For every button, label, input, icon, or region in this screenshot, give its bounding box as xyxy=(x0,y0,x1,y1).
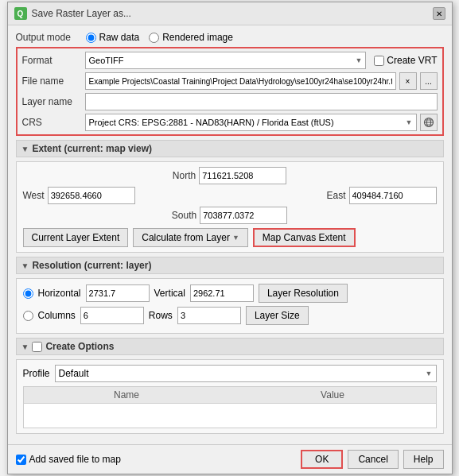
east-label: East xyxy=(326,190,345,201)
layer-size-button[interactable]: Layer Size xyxy=(246,306,309,325)
current-layer-extent-button[interactable]: Current Layer Extent xyxy=(23,228,129,247)
format-label: Format xyxy=(22,55,82,66)
columns-input[interactable] xyxy=(80,307,144,324)
title-bar-left: Q Save Raster Layer as... xyxy=(14,7,131,20)
rendered-image-option[interactable]: Rendered image xyxy=(149,32,233,43)
file-name-value: Example Projects\Coastal Training\Projec… xyxy=(89,77,392,86)
file-name-input[interactable]: Example Projects\Coastal Training\Projec… xyxy=(85,72,396,90)
options-table: Name Value xyxy=(23,386,437,428)
layer-name-row: Layer name xyxy=(22,93,438,110)
layer-name-label: Layer name xyxy=(22,96,82,107)
layer-resolution-button[interactable]: Layer Resolution xyxy=(259,284,348,303)
horizontal-label: Horizontal xyxy=(38,288,81,299)
profile-row: Profile Default ▼ xyxy=(23,365,437,382)
browse-icon: ... xyxy=(425,77,431,86)
clear-icon: × xyxy=(406,77,410,86)
vertical-label: Vertical xyxy=(154,288,185,299)
columns-radio[interactable] xyxy=(23,311,33,321)
create-options-container: ▼ Create Options Profile Default ▼ Name … xyxy=(16,338,444,434)
rendered-image-label: Rendered image xyxy=(162,32,233,43)
cancel-button[interactable]: Cancel xyxy=(348,450,398,469)
rows-input[interactable] xyxy=(177,307,241,324)
create-vrt-checkbox-item[interactable]: Create VRT xyxy=(374,55,437,66)
file-name-row: File name Example Projects\Coastal Train… xyxy=(22,72,438,90)
resolution-section-title: Resolution (current: layer) xyxy=(32,260,151,271)
extent-section-title: Extent (current: map view) xyxy=(32,143,152,154)
output-mode-row: Output mode Raw data Rendered image xyxy=(16,32,444,43)
value-column-header: Value xyxy=(230,387,436,403)
crs-label: CRS xyxy=(22,117,82,128)
extent-section-header[interactable]: ▼ Extent (current: map view) xyxy=(16,140,444,157)
add-to-map-checkbox[interactable] xyxy=(16,455,26,465)
columns-label: Columns xyxy=(38,310,76,321)
crs-select[interactable]: Project CRS: EPSG:2881 - NAD83(HARN) / F… xyxy=(85,114,417,131)
south-row: South xyxy=(23,207,437,224)
calculate-dropdown-arrow: ▼ xyxy=(232,234,239,242)
west-east-row: West East xyxy=(23,187,437,204)
west-input[interactable] xyxy=(48,187,135,204)
north-row: North xyxy=(23,167,437,184)
east-input[interactable] xyxy=(349,187,437,204)
resolution-collapse-arrow: ▼ xyxy=(21,261,29,270)
profile-value: Default xyxy=(59,368,426,379)
output-mode-radio-group: Raw data Rendered image xyxy=(86,32,233,43)
resolution-section-body: Horizontal Vertical Layer Resolution Col… xyxy=(16,278,444,334)
title-bar: Q Save Raster Layer as... ✕ xyxy=(8,2,452,25)
browse-file-button[interactable]: ... xyxy=(420,72,438,90)
ok-button[interactable]: OK xyxy=(301,450,343,469)
crs-value: Project CRS: EPSG:2881 - NAD83(HARN) / F… xyxy=(89,118,406,127)
rendered-image-radio[interactable] xyxy=(149,33,159,43)
crs-select-button[interactable] xyxy=(420,114,438,131)
create-vrt-label: Create VRT xyxy=(387,55,437,66)
output-mode-label: Output mode xyxy=(16,32,80,43)
extent-section-container: ▼ Extent (current: map view) North West … xyxy=(16,140,444,253)
rows-label: Rows xyxy=(149,310,173,321)
close-button[interactable]: ✕ xyxy=(433,7,445,20)
horizontal-input[interactable] xyxy=(86,284,150,302)
bottom-bar: Add saved file to map OK Cancel Help xyxy=(8,444,452,474)
name-column-header: Name xyxy=(24,387,230,403)
north-label: North xyxy=(173,170,196,181)
south-input[interactable] xyxy=(200,207,287,224)
create-vrt-checkbox[interactable] xyxy=(374,56,384,66)
app-icon: Q xyxy=(14,7,27,20)
profile-select[interactable]: Default ▼ xyxy=(55,365,437,382)
calculate-from-layer-button[interactable]: Calculate from Layer ▼ xyxy=(133,228,248,247)
add-to-map-section: Add saved file to map xyxy=(16,454,121,465)
help-button[interactable]: Help xyxy=(403,450,444,469)
south-label: South xyxy=(172,210,196,221)
west-label: West xyxy=(23,190,45,201)
dialog-buttons: OK Cancel Help xyxy=(301,450,443,469)
options-table-body xyxy=(24,404,436,428)
create-options-title: Create Options xyxy=(45,341,114,352)
map-canvas-extent-button[interactable]: Map Canvas Extent xyxy=(253,228,356,247)
vertical-input[interactable] xyxy=(190,284,254,302)
columns-row: Columns Rows Layer Size xyxy=(23,306,437,325)
extent-section-body: North West East South xyxy=(16,161,444,253)
raw-data-radio[interactable] xyxy=(86,33,96,43)
main-settings-section: Format GeoTIFF ▼ Create VRT File name Ex… xyxy=(16,47,444,136)
layer-name-input[interactable] xyxy=(85,93,438,110)
profile-dropdown-arrow: ▼ xyxy=(426,370,433,377)
profile-label: Profile xyxy=(23,368,50,379)
dialog-content: Output mode Raw data Rendered image Form… xyxy=(8,25,452,444)
options-table-header: Name Value xyxy=(24,387,436,404)
horizontal-row: Horizontal Vertical Layer Resolution xyxy=(23,284,437,303)
east-field: East xyxy=(326,187,436,204)
save-raster-dialog: Q Save Raster Layer as... ✕ Output mode … xyxy=(7,2,453,474)
create-options-body: Profile Default ▼ Name Value xyxy=(16,359,444,434)
crs-row: CRS Project CRS: EPSG:2881 - NAD83(HARN)… xyxy=(22,114,438,131)
clear-file-button[interactable]: × xyxy=(399,72,417,90)
raw-data-option[interactable]: Raw data xyxy=(86,32,140,43)
format-row: Format GeoTIFF ▼ Create VRT xyxy=(22,52,438,69)
format-select[interactable]: GeoTIFF ▼ xyxy=(85,52,367,69)
horizontal-radio[interactable] xyxy=(23,288,33,299)
file-name-label: File name xyxy=(22,75,82,87)
create-options-header[interactable]: ▼ Create Options xyxy=(16,338,444,355)
raw-data-label: Raw data xyxy=(99,32,140,43)
format-dropdown-arrow: ▼ xyxy=(355,56,362,64)
extent-buttons: Current Layer Extent Calculate from Laye… xyxy=(23,228,437,247)
create-options-checkbox[interactable] xyxy=(32,342,42,352)
north-input[interactable] xyxy=(199,167,286,184)
resolution-section-header[interactable]: ▼ Resolution (current: layer) xyxy=(16,257,444,274)
